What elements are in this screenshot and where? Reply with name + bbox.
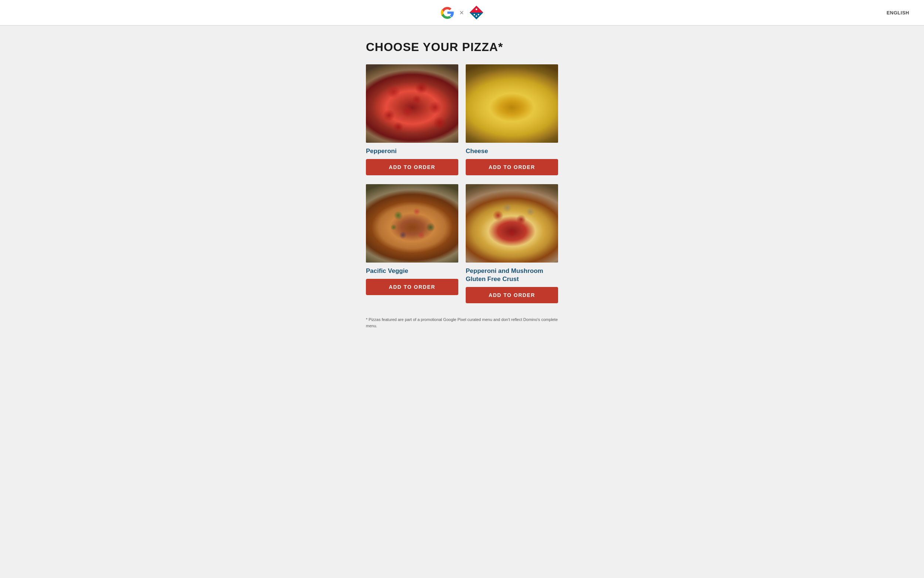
pizza-card-pepperoni: PepperoniADD TO ORDER — [366, 64, 458, 175]
main-content: CHOOSE YOUR PIZZA* PepperoniADD TO ORDER… — [359, 26, 565, 351]
dominos-logo — [469, 5, 484, 20]
pizza-name-pepperoni-mushroom: Pepperoni and Mushroom Gluten Free Crust — [466, 267, 558, 283]
add-to-order-button-pepperoni-mushroom[interactable]: ADD TO ORDER — [466, 287, 558, 303]
pizza-image-pepperoni-mushroom — [466, 184, 558, 263]
add-to-order-button-pepperoni[interactable]: ADD TO ORDER — [366, 159, 458, 175]
site-header: × ENGLISH — [0, 0, 924, 26]
header-logos: × — [440, 5, 484, 20]
add-to-order-button-pacific-veggie[interactable]: ADD TO ORDER — [366, 279, 458, 295]
pizza-image-pepperoni — [366, 64, 458, 143]
svg-point-2 — [475, 8, 477, 10]
svg-point-3 — [473, 14, 475, 16]
pizza-card-cheese: CheeseADD TO ORDER — [466, 64, 558, 175]
svg-point-4 — [477, 14, 479, 16]
pizza-image-cheese — [466, 64, 558, 143]
google-logo — [440, 6, 454, 19]
add-to-order-button-cheese[interactable]: ADD TO ORDER — [466, 159, 558, 175]
pizza-grid: PepperoniADD TO ORDERCheeseADD TO ORDERP… — [366, 64, 558, 303]
pizza-name-cheese: Cheese — [466, 147, 558, 155]
pizza-card-pacific-veggie: Pacific VeggieADD TO ORDER — [366, 184, 458, 303]
pizza-image-pacific-veggie — [366, 184, 458, 263]
x-separator: × — [460, 8, 464, 17]
pizza-name-pepperoni: Pepperoni — [366, 147, 458, 155]
footnote-text: Pizzas featured are part of a promotiona… — [366, 317, 558, 328]
language-selector[interactable]: ENGLISH — [887, 10, 909, 16]
pizza-card-pepperoni-mushroom: Pepperoni and Mushroom Gluten Free Crust… — [466, 184, 558, 303]
page-title: CHOOSE YOUR PIZZA* — [366, 40, 558, 54]
svg-point-5 — [476, 16, 477, 17]
pizza-name-pacific-veggie: Pacific Veggie — [366, 267, 458, 275]
footnote: * Pizzas featured are part of a promotio… — [366, 317, 558, 329]
